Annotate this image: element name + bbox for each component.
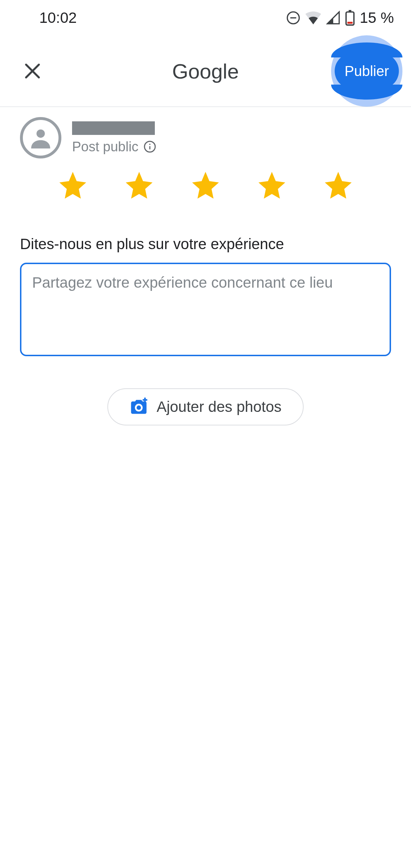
review-textarea[interactable] [20,263,391,356]
svg-rect-4 [347,22,353,24]
user-meta: Post public [72,121,156,155]
battery-percent: 15 % [360,9,394,26]
user-row: Post public [0,107,411,158]
wifi-icon [305,11,321,25]
avatar-placeholder-icon [26,123,55,152]
camera-add-icon [130,398,148,416]
star-rating [0,158,411,216]
post-visibility-row[interactable]: Post public [72,139,156,155]
add-photos-label: Ajouter des photos [157,398,281,415]
svg-rect-13 [143,399,147,400]
add-photos-wrap: Ajouter des photos [0,358,411,425]
status-right: 15 % [286,9,394,26]
dnd-icon [286,11,300,25]
star-2[interactable] [123,169,155,201]
battery-icon [345,10,355,26]
star-4[interactable] [256,169,288,201]
publish-label: Publier [345,63,389,79]
info-icon [143,140,156,153]
close-icon [23,61,42,81]
post-visibility-label: Post public [72,139,138,155]
status-bar: 10:02 15 % [0,0,411,36]
svg-point-10 [149,143,151,145]
status-time: 10:02 [39,9,77,26]
star-1[interactable] [57,169,89,201]
publish-button[interactable]: Publier [335,53,399,89]
star-5[interactable] [322,169,354,201]
app-bar: Google Publier [0,36,411,107]
review-textarea-wrap [0,263,411,358]
close-button[interactable] [20,59,45,84]
svg-point-11 [137,405,141,410]
avatar [20,117,61,158]
star-3[interactable] [189,169,222,201]
cell-signal-icon [326,11,340,25]
publish-highlight: Publier [331,35,402,107]
review-prompt: Dites-nous en plus sur votre expérience [0,216,411,263]
svg-rect-3 [349,10,351,12]
svg-point-7 [36,130,45,138]
user-name-redacted [72,121,155,135]
add-photos-button[interactable]: Ajouter des photos [107,388,304,425]
